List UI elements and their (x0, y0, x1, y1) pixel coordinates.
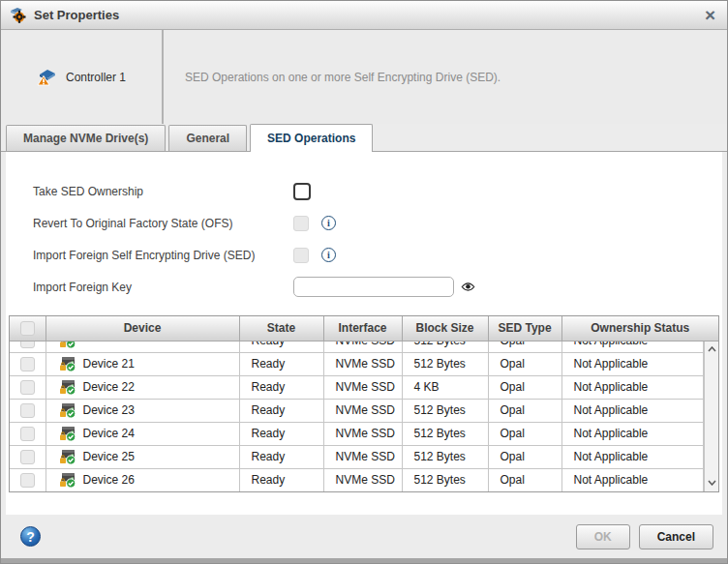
cancel-button[interactable]: Cancel (639, 524, 713, 549)
interface-cell: NVMe SSD (324, 341, 402, 352)
sed-type-cell: Opal (489, 423, 561, 445)
state-cell: Ready (240, 353, 323, 375)
drive-lock-check-icon (59, 341, 76, 349)
row-checkbox[interactable] (20, 473, 35, 488)
info-circle-icon[interactable]: i (321, 216, 336, 230)
controller-label: Controller 1 (66, 71, 126, 84)
sed-type-cell: Opal (489, 400, 561, 422)
take-sed-ownership-checkbox[interactable] (293, 183, 311, 200)
block-size-cell: 512 Bytes (403, 341, 488, 352)
tab-content: Take SED Ownership Revert To Original Fa… (1, 152, 727, 515)
state-cell: Ready (240, 469, 323, 491)
interface-cell: NVMe SSD (324, 446, 402, 468)
col-state: State (239, 316, 323, 341)
gear-controller-icon (10, 7, 26, 23)
row-checkbox[interactable] (20, 341, 35, 348)
block-size-cell: 512 Bytes (403, 423, 488, 445)
tab[interactable]: Manage NVMe Drive(s) (6, 125, 166, 151)
scroll-up-icon[interactable] (707, 344, 717, 355)
tab-label: General (186, 132, 229, 145)
revert-ofs-checkbox (293, 216, 309, 231)
ownership-status-cell: Not Applicable (562, 423, 704, 445)
eye-icon[interactable] (461, 282, 475, 292)
device-table-header: Device State Interface Block Size SED Ty… (10, 316, 718, 341)
dialog-title: Set Properties (34, 8, 705, 22)
ok-button[interactable]: OK (576, 524, 630, 549)
interface-cell: NVMe SSD (324, 469, 402, 491)
col-block-size: Block Size (402, 316, 488, 341)
table-row[interactable]: Device 24 Ready NVMe SSD 512 Bytes Opal … (10, 422, 704, 445)
block-size-cell: 512 Bytes (403, 353, 488, 375)
device-table: Device State Interface Block Size SED Ty… (9, 315, 719, 492)
col-ownership-status: Ownership Status (561, 316, 718, 341)
tab[interactable]: SED Operations (250, 124, 373, 152)
import-foreign-sed-checkbox (293, 248, 309, 263)
device-name: Device 25 (83, 450, 135, 463)
block-size-cell: 512 Bytes (403, 400, 488, 422)
state-cell: Ready (240, 400, 323, 422)
controller-warning-icon (36, 67, 57, 87)
ownership-status-cell: Not Applicable (562, 446, 704, 468)
sed-type-cell: Opal (489, 376, 561, 399)
controller-block: Controller 1 (1, 30, 164, 124)
ownership-status-cell: Not Applicable (562, 376, 704, 399)
info-circle-icon[interactable]: i (321, 248, 336, 262)
tab-description: SED Operations on one or more Self Encry… (164, 30, 727, 124)
sed-type-cell: Opal (489, 341, 561, 352)
dialog-header: Controller 1 SED Operations on one or mo… (1, 30, 727, 124)
device-name: Device 23 (83, 403, 135, 417)
state-cell: Ready (240, 446, 323, 468)
help-question-icon[interactable]: ? (20, 526, 41, 547)
title-bar: Set Properties × (1, 1, 727, 30)
sed-type-cell: Opal (489, 353, 561, 375)
window-bottom-edge (1, 558, 727, 563)
device-name: Device 21 (83, 357, 135, 371)
device-name: Device 26 (83, 473, 135, 487)
col-device: Device (46, 316, 239, 341)
table-row[interactable]: Device 21 Ready NVMe SSD 512 Bytes Opal … (10, 352, 704, 375)
col-interface: Interface (323, 316, 402, 341)
row-checkbox[interactable] (20, 357, 35, 371)
row-checkbox[interactable] (20, 427, 35, 441)
sed-type-cell: Opal (489, 446, 561, 468)
tab-label: Manage NVMe Drive(s) (23, 132, 148, 145)
table-row[interactable]: Device 25 Ready NVMe SSD 512 Bytes Opal … (10, 445, 704, 468)
state-cell: Ready (240, 376, 323, 399)
vertical-scrollbar[interactable] (704, 341, 718, 491)
drive-lock-check-icon (59, 356, 76, 372)
dialog-footer: ? OK Cancel (1, 515, 727, 563)
take-sed-ownership-label: Take SED Ownership (6, 185, 293, 198)
ownership-status-cell: Not Applicable (562, 469, 704, 491)
import-foreign-key-label: Import Foreign Key (6, 281, 293, 294)
table-row[interactable]: Ready NVMe SSD 512 Bytes Opal Not Applic… (10, 341, 704, 353)
tab[interactable]: General (168, 125, 247, 151)
drive-lock-check-icon (59, 379, 76, 396)
device-name: Device 24 (83, 427, 135, 440)
table-row[interactable]: Device 22 Ready NVMe SSD 4 KB Opal Not A… (10, 375, 704, 399)
interface-cell: NVMe SSD (324, 353, 402, 375)
state-cell: Ready (240, 423, 323, 445)
scroll-down-icon[interactable] (707, 478, 717, 489)
ownership-status-cell: Not Applicable (562, 341, 704, 352)
sed-type-cell: Opal (489, 469, 561, 491)
ownership-status-cell: Not Applicable (562, 400, 704, 422)
drive-lock-check-icon (59, 402, 76, 419)
block-size-cell: 4 KB (403, 376, 488, 399)
drive-lock-check-icon (59, 449, 76, 465)
drive-lock-check-icon (59, 472, 76, 489)
import-foreign-key-row: Import Foreign Key (6, 271, 722, 303)
row-checkbox[interactable] (20, 380, 35, 395)
device-table-body: Ready NVMe SSD 512 Bytes Opal Not Applic… (10, 341, 704, 491)
select-all-checkbox[interactable] (20, 321, 35, 336)
close-icon[interactable]: × (705, 6, 715, 24)
drive-lock-check-icon (59, 426, 76, 442)
row-checkbox[interactable] (20, 450, 35, 464)
interface-cell: NVMe SSD (324, 423, 402, 445)
device-name: Device 22 (83, 380, 135, 394)
table-row[interactable]: Device 26 Ready NVMe SSD 512 Bytes Opal … (10, 468, 704, 491)
table-row[interactable]: Device 23 Ready NVMe SSD 512 Bytes Opal … (10, 399, 704, 422)
interface-cell: NVMe SSD (324, 376, 402, 399)
import-foreign-key-input[interactable] (293, 277, 454, 297)
row-checkbox[interactable] (20, 403, 35, 418)
import-foreign-sed-label: Import Foreign Self Encrypting Drive (SE… (6, 249, 293, 262)
